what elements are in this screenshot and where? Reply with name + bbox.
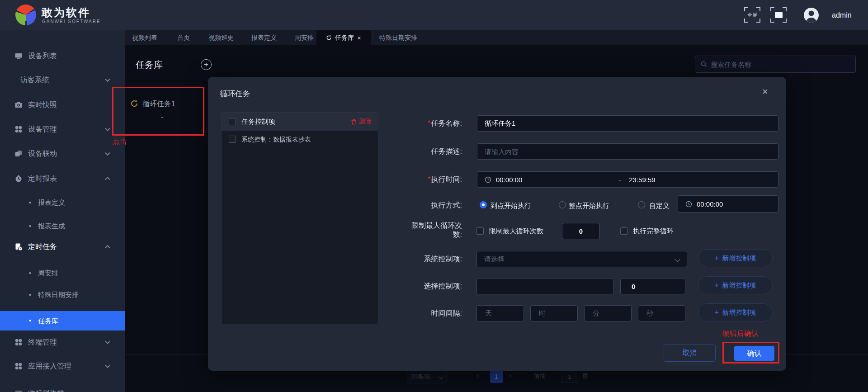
add-control-button-3[interactable]: + 新增控制项	[698, 303, 773, 321]
sidebar-item-report-generation[interactable]: • 报表生成	[0, 218, 125, 234]
exec-time-label: *执行时间:	[372, 175, 462, 184]
linkage-icon	[14, 150, 23, 158]
max-loop-checkbox-label[interactable]: 限制最大循环次数	[489, 227, 543, 236]
add-control-button-2[interactable]: + 新增控制项	[698, 276, 773, 294]
sidebar-item-terminal-management[interactable]: 终端管理	[0, 334, 125, 350]
annotation-click-label: 点击	[113, 137, 127, 146]
sidebar-collapse[interactable]: 收起侧边栏	[0, 385, 125, 392]
cancel-button[interactable]: 取消	[664, 345, 716, 362]
interval-second-input[interactable]: 秒	[638, 305, 685, 321]
tab-week-schedule[interactable]: 周安排	[295, 30, 314, 45]
control-item-row[interactable]: 系统控制：数据报表抄表	[222, 131, 378, 148]
refresh-icon[interactable]	[326, 35, 332, 41]
prev-page-icon[interactable]: ‹	[476, 371, 479, 379]
plus-icon: +	[715, 254, 719, 263]
interval-minute-input[interactable]: 分	[584, 305, 632, 321]
interval-hour-input[interactable]: 时	[530, 305, 578, 321]
sidebar-item-label: 周安排	[38, 265, 58, 281]
radio-on-hour[interactable]	[559, 201, 566, 208]
search-icon	[701, 61, 707, 67]
full-loop-checkbox-label[interactable]: 执行完整循环	[633, 227, 674, 236]
delete-button[interactable]: 删除	[351, 113, 372, 131]
clock-icon	[685, 201, 692, 208]
sys-ctrl-select[interactable]: 请选择	[476, 251, 687, 267]
sidebar-item-label: 应用接入管理	[28, 358, 71, 374]
row-checkbox[interactable]	[229, 136, 236, 143]
start-time[interactable]: 00:00:00	[496, 176, 522, 184]
tab-report-definition[interactable]: 报表定义	[251, 30, 277, 45]
interval-day-input[interactable]: 天	[476, 305, 524, 321]
sidebar-item-label: 实时快照	[28, 97, 57, 113]
radio-on-point[interactable]	[480, 201, 487, 208]
sidebar-item-app-access-management[interactable]: 应用接入管理	[0, 358, 125, 374]
tab-home[interactable]: 首页	[177, 30, 190, 45]
bullet-icon: •	[29, 311, 31, 331]
custom-time-input[interactable]: 00:00:00	[678, 195, 778, 213]
plus-icon: +	[715, 308, 719, 317]
panel-header: 任务控制项 删除	[222, 113, 378, 131]
tab-bar: 视频列表 首页 视频巡更 报表定义 周安排 任务库 × 特殊日期安排	[125, 30, 868, 45]
tab-special-date-schedule[interactable]: 特殊日期安排	[379, 30, 417, 45]
fullscreen-label: 全屏	[744, 7, 760, 23]
sidebar-item-label: 定时任务	[28, 239, 57, 255]
sidebar-item-label: 任务库	[38, 311, 58, 331]
task-name-label: *任务名称:	[372, 119, 462, 128]
tab-video-list[interactable]: 视频列表	[132, 30, 157, 45]
dialog-close-icon[interactable]: ×	[762, 86, 768, 98]
page-size-value: 20条/页	[411, 373, 431, 381]
sidebar-item-special-date-schedule[interactable]: • 特殊日期安排	[0, 287, 125, 302]
max-loop-checkbox[interactable]	[476, 227, 484, 235]
radio-custom[interactable]	[638, 201, 645, 208]
brand-logo-icon	[15, 5, 36, 25]
radio-on-point-label[interactable]: 到点开始执行	[491, 201, 531, 210]
sidebar-item-device-linkage[interactable]: 设备联动	[0, 146, 125, 162]
annotation-red-box-confirm	[722, 342, 779, 364]
max-loop-count-input[interactable]: 0	[562, 223, 600, 239]
sidebar-item-week-schedule[interactable]: • 周安排	[0, 265, 125, 281]
next-page-icon[interactable]: ›	[509, 371, 511, 379]
task-dialog: 循环任务 × 任务控制项 删除 系统控制：数据报表抄表 *任务名称: 任务描述:…	[208, 77, 786, 371]
sidebar-item-scheduled-task[interactable]: 定时任务	[0, 239, 125, 255]
tab-task-library[interactable]: 任务库 ×	[316, 30, 371, 45]
current-page[interactable]: 1	[490, 370, 503, 383]
sidebar-item-visitor-system[interactable]: 访客系统	[0, 72, 125, 88]
sidebar-item-report-definition[interactable]: • 报表定义	[0, 195, 125, 210]
add-task-icon[interactable]: +	[201, 59, 212, 70]
sidebar-item-realtime-snapshot[interactable]: 实时快照	[0, 97, 125, 113]
grid-icon	[14, 362, 23, 370]
custom-time-value[interactable]: 00:00:00	[697, 200, 723, 208]
search-box[interactable]	[695, 56, 856, 73]
add-control-button-1[interactable]: + 新增控制项	[698, 249, 773, 267]
sidebar-item-scheduled-report[interactable]: 定时报表	[0, 170, 125, 187]
sidebar-item-label: 定时报表	[28, 170, 57, 187]
sidebar-item-device-management[interactable]: 设备管理	[0, 121, 125, 137]
chevron-down-icon	[105, 126, 110, 131]
goto-page-input[interactable]: 1	[561, 370, 578, 383]
exec-time-range-input[interactable]: 00:00:00 - 23:59:59	[477, 171, 778, 188]
radio-custom-label[interactable]: 自定义	[649, 201, 670, 210]
sel-ctrl-input[interactable]	[476, 278, 614, 294]
close-tab-icon[interactable]: ×	[357, 34, 361, 42]
avatar[interactable]	[804, 8, 819, 23]
sidebar-item-device-list[interactable]: 设备列表	[0, 48, 125, 64]
fullscreen-cn-icon[interactable]: 全屏	[744, 7, 760, 23]
task-desc-input[interactable]	[477, 143, 778, 160]
username[interactable]: admin	[832, 0, 852, 30]
search-input[interactable]	[711, 61, 850, 68]
select-all-checkbox[interactable]	[229, 118, 236, 125]
task-name-input[interactable]	[477, 115, 778, 132]
grid-icon	[14, 338, 23, 346]
tab-video-patrol[interactable]: 视频巡更	[208, 30, 234, 45]
fullscreen-rect-icon[interactable]	[770, 7, 787, 23]
bullet-icon: •	[29, 218, 31, 234]
sidebar-item-label: 访客系统	[20, 72, 49, 88]
full-loop-checkbox[interactable]	[620, 227, 627, 235]
plus-icon: +	[715, 281, 719, 290]
radio-on-hour-label[interactable]: 整点开始执行	[569, 201, 609, 210]
end-time[interactable]: 23:59:59	[629, 176, 655, 184]
page-size-select[interactable]: 20条/页	[407, 370, 447, 383]
goto-unit-label: 页	[582, 372, 588, 380]
sidebar-item-task-library[interactable]: • 任务库	[0, 311, 125, 331]
dialog-title: 循环任务	[220, 89, 250, 99]
sel-ctrl-count-input[interactable]: 0	[620, 278, 685, 294]
